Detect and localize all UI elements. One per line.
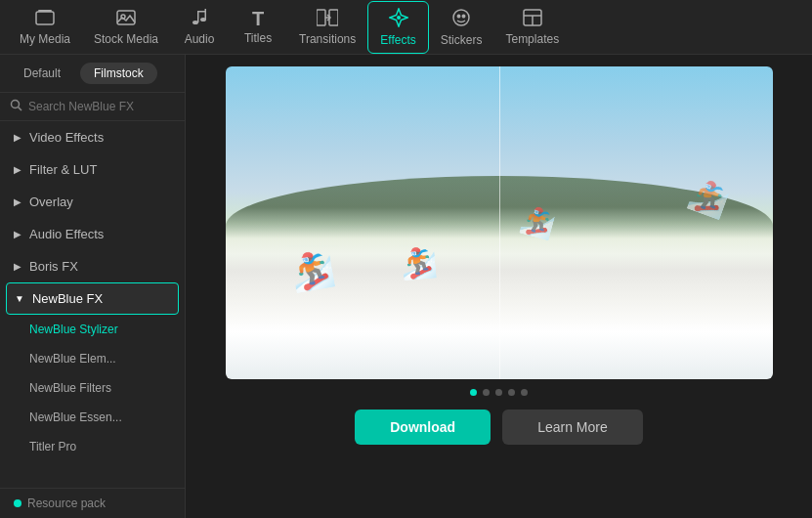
svg-point-14 <box>457 15 459 17</box>
sidebar-item-label: Filter & LUT <box>29 162 97 177</box>
sidebar-item-audio-effects[interactable]: ▶ Audio Effects <box>0 218 185 250</box>
titles-icon: T <box>252 9 264 28</box>
svg-point-19 <box>12 101 20 108</box>
nav-titles-label: Titles <box>244 31 272 45</box>
learn-more-button[interactable]: Learn More <box>502 410 643 445</box>
dot-1[interactable] <box>470 389 477 396</box>
chevron-right-icon: ▶ <box>14 261 21 272</box>
sidebar-item-label: Audio Effects <box>29 227 104 241</box>
svg-rect-0 <box>36 12 54 24</box>
sidebar-sub-item-elem[interactable]: NewBlue Elem... <box>0 344 185 373</box>
download-button[interactable]: Download <box>355 410 491 445</box>
sidebar-item-boris-fx[interactable]: ▶ Boris FX <box>0 250 185 282</box>
dot-3[interactable] <box>495 389 502 396</box>
svg-point-15 <box>462 15 464 17</box>
snowboarder-figure-1: 🏂 <box>287 247 338 295</box>
search-input[interactable] <box>28 100 175 113</box>
sidebar-item-label: NewBlue FX <box>32 291 103 306</box>
nav-stickers[interactable]: Stickers <box>429 2 494 53</box>
sidebar: Default Filmstock ▶ Video Effects ▶ Filt… <box>0 55 186 518</box>
dot-4[interactable] <box>508 389 515 396</box>
sidebar-item-video-effects[interactable]: ▶ Video Effects <box>0 121 185 153</box>
resource-pack-icon <box>14 499 21 507</box>
nav-my-media[interactable]: My Media <box>8 3 82 52</box>
pagination-dots <box>470 389 528 396</box>
transitions-icon <box>317 9 338 29</box>
sub-item-label: NewBlue Stylizer <box>29 323 118 336</box>
sidebar-sub-item-filters[interactable]: NewBlue Filters <box>0 373 185 403</box>
action-row: Download Learn More <box>355 410 642 445</box>
sidebar-item-label: Video Effects <box>29 130 104 145</box>
svg-rect-1 <box>38 10 52 12</box>
sub-item-label: NewBlue Essen... <box>29 410 122 424</box>
sidebar-sub-item-stylizer[interactable]: NewBlue Stylizer <box>0 315 185 344</box>
nav-audio-label: Audio <box>185 32 215 46</box>
my-media-icon <box>35 9 55 29</box>
tab-filmstock[interactable]: Filmstock <box>80 63 157 84</box>
sidebar-sub-item-titler-pro[interactable]: Titler Pro <box>0 432 185 461</box>
snowboarder-figure-4: 🏂 <box>684 174 734 222</box>
resource-pack-label: Resource pack <box>27 496 106 510</box>
svg-point-12 <box>397 16 401 20</box>
nav-stock-media[interactable]: Stock Media <box>82 3 170 52</box>
svg-rect-5 <box>197 11 199 22</box>
svg-rect-8 <box>197 11 206 13</box>
sidebar-item-label: Overlay <box>29 194 73 209</box>
nav-my-media-label: My Media <box>20 32 70 46</box>
chevron-right-icon: ▶ <box>14 164 21 175</box>
sidebar-item-overlay[interactable]: ▶ Overlay <box>0 186 185 218</box>
chevron-down-icon: ▼ <box>15 293 24 304</box>
snowboarder-figure-3: 🏂 <box>517 202 558 242</box>
sidebar-item-newblue-fx[interactable]: ▼ NewBlue FX <box>6 282 179 315</box>
stock-media-icon <box>116 9 136 29</box>
search-icon <box>10 99 22 114</box>
chevron-right-icon: ▶ <box>14 132 21 143</box>
nav-titles[interactable]: T Titles <box>229 3 287 51</box>
sidebar-tabs: Default Filmstock <box>0 55 185 93</box>
search-bar <box>0 93 185 121</box>
snowboarder-figure-2: 🏂 <box>399 243 438 281</box>
dot-2[interactable] <box>483 389 490 396</box>
top-nav: My Media Stock Media Audio T Titles <box>0 0 812 55</box>
chevron-right-icon: ▶ <box>14 229 21 239</box>
nav-templates-label: Templates <box>505 32 559 46</box>
nav-transitions[interactable]: Transitions <box>287 3 367 52</box>
nav-templates[interactable]: Templates <box>493 3 571 52</box>
nav-transitions-label: Transitions <box>299 32 356 46</box>
nav-effects-label: Effects <box>380 33 415 47</box>
main-area: Default Filmstock ▶ Video Effects ▶ Filt… <box>0 55 812 518</box>
svg-line-20 <box>19 108 22 111</box>
stickers-icon <box>451 8 471 30</box>
sub-item-label: Titler Pro <box>29 440 76 453</box>
sub-item-label: NewBlue Filters <box>29 381 111 395</box>
sidebar-footer[interactable]: Resource pack <box>0 488 185 518</box>
nav-audio[interactable]: Audio <box>170 3 229 52</box>
sub-item-label: NewBlue Elem... <box>29 352 116 366</box>
nav-effects[interactable]: Effects <box>367 1 428 54</box>
dot-5[interactable] <box>521 389 528 396</box>
nav-stickers-label: Stickers <box>441 33 483 47</box>
nav-stock-media-label: Stock Media <box>94 32 158 46</box>
chevron-right-icon: ▶ <box>14 196 21 207</box>
svg-rect-9 <box>317 10 325 25</box>
sidebar-item-filter-lut[interactable]: ▶ Filter & LUT <box>0 153 185 186</box>
effects-icon <box>389 8 408 30</box>
tab-default[interactable]: Default <box>10 63 74 84</box>
content-area: 🏂 🏂 🏂 🏂 Download Learn More <box>186 55 812 518</box>
preview-image: 🏂 🏂 🏂 🏂 <box>226 66 773 379</box>
sidebar-sub-item-essen[interactable]: NewBlue Essen... <box>0 403 185 432</box>
templates-icon <box>523 9 542 29</box>
audio-icon <box>191 9 208 29</box>
sidebar-item-label: Boris FX <box>29 259 78 274</box>
svg-rect-7 <box>205 9 207 20</box>
preview-container: 🏂 🏂 🏂 🏂 <box>226 66 773 379</box>
sidebar-list: ▶ Video Effects ▶ Filter & LUT ▶ Overlay… <box>0 121 185 488</box>
svg-point-13 <box>453 10 469 25</box>
